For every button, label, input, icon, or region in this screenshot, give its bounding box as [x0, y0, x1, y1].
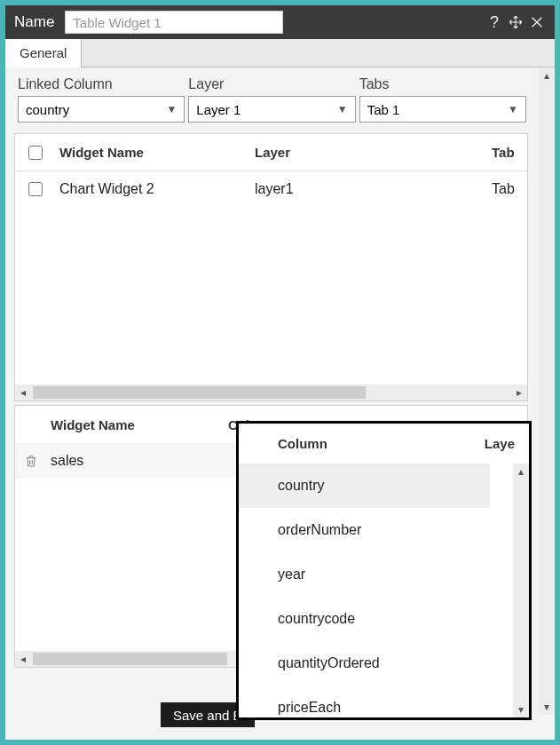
- layer-value: Layer 1: [196, 102, 241, 117]
- name-label: Name: [14, 13, 54, 31]
- dropdown-header-column: Column: [278, 436, 327, 451]
- dropdown-option[interactable]: country: [239, 464, 490, 508]
- layer-label: Layer: [188, 76, 355, 92]
- scroll-left-icon[interactable]: ◂: [15, 651, 31, 667]
- close-icon[interactable]: [528, 13, 546, 31]
- widgets-table: Widget Name Layer Tab Chart Widget 2 lay…: [14, 133, 528, 401]
- row-tab: Tab: [492, 181, 527, 197]
- tab-general[interactable]: General: [5, 39, 82, 67]
- col-tab: Tab: [492, 145, 527, 160]
- linked-column-label: Linked Column: [18, 76, 185, 92]
- scroll-up-icon[interactable]: ▴: [539, 67, 555, 83]
- vertical-scrollbar[interactable]: ▴ ▾: [539, 67, 555, 715]
- dropdown-scrollbar[interactable]: ▴ ▾: [513, 464, 529, 717]
- row-name: Chart Widget 2: [56, 181, 251, 197]
- col-layer: Layer: [251, 145, 492, 160]
- tabs-select[interactable]: Tab 1 ▼: [359, 96, 526, 123]
- name-input[interactable]: [65, 11, 283, 34]
- chevron-down-icon: ▼: [508, 103, 518, 115]
- scroll-right-icon[interactable]: ▸: [511, 384, 527, 400]
- dropdown-option[interactable]: countrycode: [278, 597, 529, 641]
- scroll-down-icon[interactable]: ▾: [513, 701, 529, 717]
- help-icon[interactable]: ?: [485, 13, 503, 31]
- title-bar: Name ?: [5, 5, 555, 39]
- scroll-up-icon[interactable]: ▴: [513, 464, 529, 479]
- dropdown-header-layer: Laye: [485, 436, 515, 451]
- chevron-down-icon: ▼: [337, 103, 348, 115]
- filter-tabs: Tabs Tab 1 ▼: [358, 76, 528, 123]
- tabs-label: Tabs: [359, 76, 526, 92]
- row-checkbox[interactable]: [28, 182, 43, 196]
- layer-select[interactable]: Layer 1 ▼: [188, 96, 355, 123]
- dialog-frame: Name ? General ▴ ▾ Linked Column: [0, 0, 560, 745]
- filter-linked-column: Linked Column country ▼: [16, 76, 186, 123]
- move-icon[interactable]: [507, 13, 525, 31]
- row-name: sales: [47, 453, 225, 469]
- dropdown-option[interactable]: quantityOrdered: [278, 641, 529, 686]
- filter-layer: Layer Layer 1 ▼: [186, 76, 357, 123]
- tab-strip: General: [5, 39, 555, 67]
- scroll-thumb[interactable]: [33, 653, 227, 665]
- delete-icon[interactable]: [15, 453, 47, 469]
- table-header: Widget Name Layer Tab: [15, 134, 527, 171]
- tabs-value: Tab 1: [367, 102, 400, 117]
- scroll-thumb[interactable]: [33, 386, 366, 399]
- filters-row: Linked Column country ▼ Layer Layer 1 ▼ …: [12, 73, 532, 130]
- dropdown-option[interactable]: priceEach: [278, 686, 529, 717]
- select-all-checkbox[interactable]: [28, 146, 43, 160]
- dropdown-option[interactable]: year: [278, 552, 529, 597]
- linked-column-value: country: [26, 102, 69, 117]
- col-widget-name: Widget Name: [47, 417, 225, 432]
- table-row[interactable]: Chart Widget 2 layer1 Tab: [15, 171, 527, 207]
- chevron-down-icon: ▼: [166, 103, 177, 115]
- scroll-left-icon[interactable]: ◂: [15, 384, 31, 400]
- scroll-down-icon[interactable]: ▾: [539, 699, 555, 715]
- dropdown-list: country orderNumber year countrycode qua…: [239, 464, 529, 717]
- dropdown-option[interactable]: orderNumber: [278, 508, 529, 552]
- horizontal-scrollbar[interactable]: ◂ ▸: [15, 384, 527, 400]
- col-widget-name: Widget Name: [56, 145, 251, 160]
- row-layer: layer1: [251, 181, 492, 197]
- column-dropdown: Column Laye country orderNumber year cou…: [236, 421, 532, 720]
- linked-column-select[interactable]: country ▼: [18, 96, 185, 123]
